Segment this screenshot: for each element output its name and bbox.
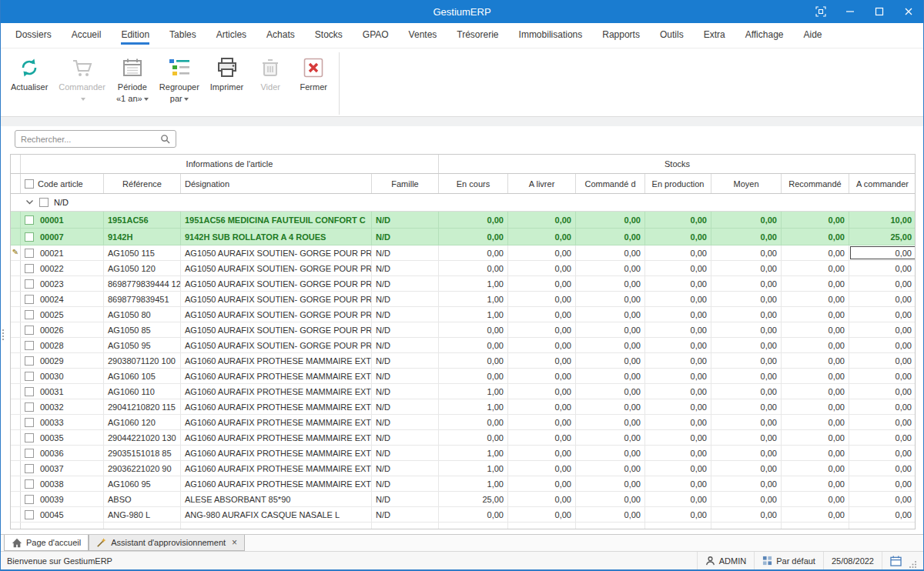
row-checkbox[interactable] [25, 464, 34, 473]
cell-value[interactable]: 1,00 [439, 461, 508, 476]
cell-designation[interactable]: 9142H SUB ROLLATOR A 4 ROUES [181, 229, 372, 245]
menu-item-9[interactable]: Ventes [399, 26, 447, 45]
column-header[interactable]: Moyen [711, 174, 782, 193]
cell-famille[interactable]: N/D [372, 245, 439, 260]
cell-value[interactable]: 0,00 [645, 261, 711, 275]
cell-value[interactable]: 0,00 [508, 415, 576, 429]
cell-value[interactable]: 0,00 [782, 369, 849, 383]
cell-value[interactable]: 0,00 [645, 229, 711, 245]
cell-value[interactable]: 0,00 [849, 369, 916, 383]
cell-code[interactable]: 00035 [21, 430, 104, 445]
cell-famille[interactable]: N/D [372, 507, 439, 522]
regrouper-button[interactable]: Regrouper par [154, 51, 205, 116]
cell-value[interactable]: 0,00 [439, 353, 508, 368]
cell-value[interactable]: 0,00 [645, 353, 711, 368]
minimize-button[interactable] [835, 0, 865, 23]
table-row[interactable]: 00028AG1050 95AG1050 AURAFIX SOUTIEN- GO… [11, 338, 915, 353]
cell-code[interactable]: 00032 [21, 399, 104, 414]
row-checkbox[interactable] [25, 295, 34, 304]
cell-value[interactable]: 0,00 [439, 245, 508, 260]
cell-value[interactable]: 0,00 [711, 476, 782, 491]
cell-reference[interactable]: AG1060 120 [104, 415, 181, 429]
cell-value[interactable]: 0,00 [645, 276, 711, 291]
cell-value[interactable]: 0,00 [782, 446, 849, 460]
cell-value[interactable] [645, 523, 711, 529]
cell-value[interactable]: 0,00 [711, 212, 782, 228]
cell-reference[interactable]: 29038071120 100 [104, 353, 181, 368]
cell-reference[interactable]: AG1050 85 [104, 322, 181, 337]
cell-value[interactable] [439, 523, 508, 529]
cell-value[interactable]: 0,00 [645, 322, 711, 337]
cell-value[interactable]: 0,00 [711, 276, 782, 291]
cell-value[interactable]: 0,00 [711, 384, 782, 399]
table-row[interactable]: 00030AG1060 105AG1060 AURAFIX PROTHESE M… [11, 369, 915, 384]
cell-designation[interactable]: AG1050 AURAFIX SOUTIEN- GORGE POUR PRO [181, 276, 372, 291]
cell-value[interactable]: 0,00 [576, 261, 645, 275]
cell-value[interactable]: 0,00 [576, 507, 645, 522]
cell-value[interactable]: 0,00 [576, 384, 645, 399]
row-checkbox[interactable] [25, 310, 34, 319]
cell-code[interactable]: 00045 [21, 507, 104, 522]
cell-value[interactable]: 0,00 [576, 369, 645, 383]
cell-value[interactable]: 0,00 [645, 430, 711, 445]
cell-value[interactable]: 0,00 [508, 384, 576, 399]
cell-code[interactable]: 00039 [21, 492, 104, 506]
cell-value[interactable]: 0,00 [782, 476, 849, 491]
cell-value[interactable]: 0,00 [782, 292, 849, 306]
cell-reference[interactable]: ANG-980 L [104, 507, 181, 522]
cell-value[interactable]: 0,00 [576, 446, 645, 460]
cell-value[interactable]: 0,00 [849, 338, 916, 352]
cell-reference[interactable]: 29036221020 90 [104, 461, 181, 476]
cell-code[interactable]: 00028 [21, 338, 104, 352]
column-header[interactable]: A livrer [508, 174, 576, 193]
cell-value[interactable]: 0,00 [508, 229, 576, 245]
cell-reference[interactable]: 29044221020 130 [104, 430, 181, 445]
cell-value[interactable]: 0,00 [782, 245, 849, 260]
close-button[interactable] [894, 0, 923, 23]
menu-item-6[interactable]: Achats [256, 26, 305, 45]
table-row[interactable]: 000238698779839444 12AG1050 AURAFIX SOUT… [11, 276, 915, 292]
cell-designation[interactable]: AG1050 AURAFIX SOUTIEN- GORGE POUR PRO [181, 245, 372, 260]
cell-value[interactable]: 0,00 [576, 229, 645, 245]
cell-reference[interactable]: 29035151018 85 [104, 446, 181, 460]
row-checkbox[interactable] [25, 279, 34, 289]
row-checkbox[interactable] [25, 402, 34, 412]
cell-value[interactable]: 0,00 [849, 461, 916, 476]
menu-item-3[interactable]: Edition [111, 26, 159, 45]
cell-famille[interactable]: N/D [372, 353, 439, 368]
cell-value[interactable]: 0,00 [849, 399, 916, 414]
cell-value[interactable]: 0,00 [576, 415, 645, 429]
cell-value[interactable]: 0,00 [849, 430, 916, 445]
table-row[interactable]: 00026AG1050 85AG1050 AURAFIX SOUTIEN- GO… [11, 322, 915, 338]
cell-famille[interactable]: N/D [372, 261, 439, 275]
cell-value[interactable] [711, 523, 782, 529]
menu-item-5[interactable]: Articles [206, 26, 256, 45]
cell-reference[interactable]: 29041210820 115 [104, 399, 181, 414]
table-row[interactable]: 00031AG1060 110AG1060 AURAFIX PROTHESE M… [11, 384, 915, 399]
cell-code[interactable]: 00030 [21, 369, 104, 383]
cell-value[interactable]: 0,00 [782, 307, 849, 322]
cell-value[interactable]: 1,00 [439, 276, 508, 291]
status-layout[interactable]: Par défaut [754, 552, 823, 569]
cell-code[interactable]: 00025 [21, 307, 104, 322]
row-checkbox[interactable] [25, 449, 34, 458]
cell-designation[interactable]: AG1060 AURAFIX PROTHESE MAMMAIRE EXTE [181, 461, 372, 476]
menu-item-16[interactable]: Aide [793, 26, 832, 45]
cell-value[interactable]: 0,00 [711, 415, 782, 429]
row-checkbox[interactable] [25, 510, 34, 519]
cell-value[interactable]: 25,00 [439, 492, 508, 506]
cell-value[interactable]: 25,00 [849, 229, 916, 245]
cell-value[interactable]: 0,00 [711, 353, 782, 368]
status-calendar[interactable] [882, 552, 909, 569]
cell-code[interactable]: 00029 [21, 353, 104, 368]
row-checkbox[interactable] [25, 372, 34, 381]
select-all-checkbox[interactable] [25, 179, 34, 189]
cell-famille[interactable]: N/D [372, 476, 439, 491]
cell-value[interactable]: 0,00 [645, 492, 711, 506]
cell-value[interactable]: 0,00 [508, 322, 576, 337]
cell-value[interactable]: 0,00 [508, 261, 576, 275]
periode-button[interactable]: Période «1 an» [111, 51, 154, 116]
cell-designation[interactable]: AG1060 AURAFIX PROTHESE MAMMAIRE EXTE [181, 415, 372, 429]
cell-code[interactable] [21, 523, 104, 529]
cell-value[interactable]: 0,00 [645, 212, 711, 228]
